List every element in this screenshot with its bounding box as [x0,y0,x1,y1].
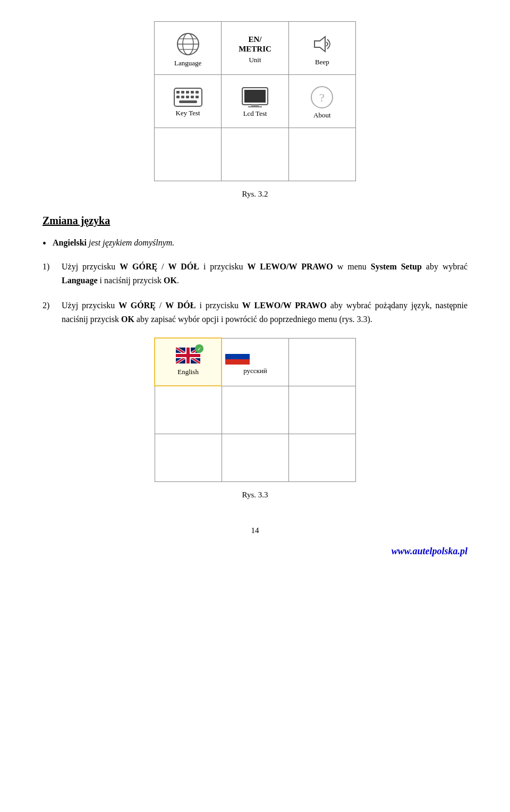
step-2-num: 2) [42,299,62,312]
bullet-item-1: • Angielski jest językiem domyślnym. [42,236,468,251]
svg-rect-11 [196,91,199,94]
bullet-dot: • [42,235,46,251]
svg-marker-5 [314,37,325,52]
language-grid: ✓ English русский [154,337,356,482]
cell-russian: русский [222,338,288,386]
beep-icon [310,32,334,56]
cell-unit-label: Unit [249,56,261,64]
cell-unit: EN/METRIC Unit [222,22,288,75]
svg-rect-35 [225,359,250,365]
empty-cell-1 [155,128,222,181]
svg-rect-16 [196,96,199,98]
empty-cell-3 [288,128,355,181]
svg-rect-19 [244,90,266,103]
lang-empty-3 [222,386,288,434]
cell-keytest: Key Test [155,75,222,128]
svg-rect-32 [176,354,200,357]
empty-cell-2 [222,128,288,181]
cell-beep-label: Beep [315,58,329,66]
cell-keytest-label: Key Test [176,109,200,117]
keyboard-icon [174,88,202,107]
lcd-icon [242,87,268,107]
cell-english: ✓ English [155,338,222,386]
svg-rect-13 [181,96,184,98]
figure-33: ✓ English русский [42,337,468,500]
lang-empty-6 [222,434,288,481]
svg-rect-9 [186,91,189,94]
cell-language-label: Language [174,59,201,67]
section-language-change: Zmiana języka • Angielski jest językiem … [42,215,468,326]
selected-checkmark: ✓ [195,344,203,353]
svg-rect-33 [225,349,250,354]
figure-33-caption: Rys. 3.3 [242,490,268,500]
page-number: 14 [42,526,468,535]
step-1-num: 1) [42,260,62,274]
svg-rect-14 [186,96,189,98]
step-2-text: Użyj przycisku W GÓRĘ / W DÓŁ i przycisk… [62,299,468,326]
lang-empty-4 [288,386,355,434]
svg-rect-10 [191,91,194,94]
lang-russian-label: русский [225,367,285,375]
step-2: 2) Użyj przycisku W GÓRĘ / W DÓŁ i przyc… [42,299,468,326]
lang-empty-2 [155,386,222,434]
cell-lcdtest: Lcd Test [222,75,288,128]
svg-rect-15 [191,96,194,98]
lang-empty-7 [288,434,355,481]
svg-rect-7 [176,91,180,94]
figure-32-caption: Rys. 3.2 [242,190,268,199]
svg-rect-21 [248,106,262,107]
about-icon: ? [310,86,334,109]
jest-label: jest językiem domyślnym. [89,238,174,247]
svg-rect-12 [176,96,180,98]
bullet-text-1: Angielski jest językiem domyślnym. [53,236,174,249]
cell-lcdtest-label: Lcd Test [243,109,267,118]
svg-text:?: ? [319,91,325,104]
flag-wrapper-uk: ✓ [176,348,200,363]
svg-rect-34 [225,354,250,359]
cell-language: Language [155,22,222,75]
cell-about-label: About [313,111,331,120]
angielski-label: Angielski [53,238,87,247]
cell-about: ? About [288,75,355,128]
section-heading: Zmiana języka [42,215,468,227]
figure-32: Language EN/METRIC Unit Beep [42,21,468,199]
enmetric-icon: EN/METRIC [239,35,271,54]
svg-rect-17 [179,100,197,103]
globe-icon [175,31,201,57]
lang-empty-5 [155,434,222,481]
setup-grid: Language EN/METRIC Unit Beep [154,21,356,181]
step-1: 1) Użyj przycisku W GÓRĘ / W DÓŁ i przyc… [42,260,468,287]
lang-empty-1 [288,338,355,386]
step-1-text: Użyj przycisku W GÓRĘ / W DÓŁ i przycisk… [62,260,468,287]
footer-brand: www.autelpolska.pl [42,546,468,557]
svg-rect-8 [181,91,184,94]
lang-english-label: English [158,368,218,376]
cell-beep: Beep [288,22,355,75]
flag-ru-icon [225,349,250,365]
